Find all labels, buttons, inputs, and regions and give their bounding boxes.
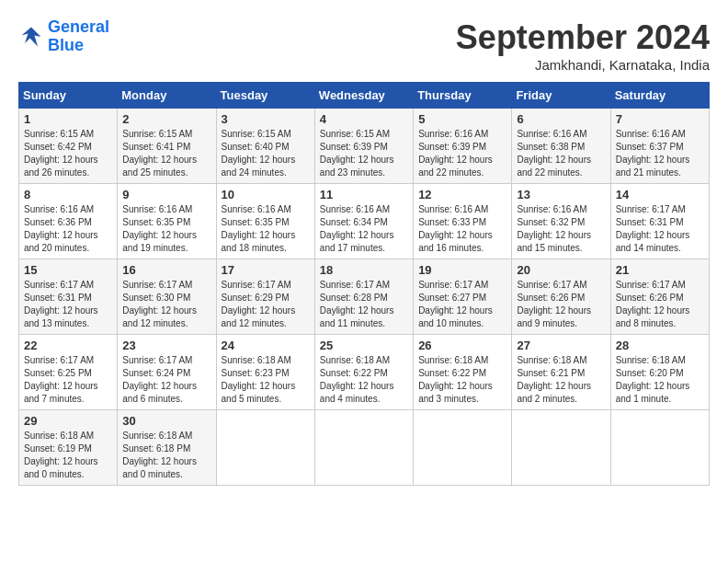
calendar-day-cell: 20 Sunrise: 6:17 AMSunset: 6:26 PMDaylig… — [512, 259, 610, 335]
day-detail: Sunrise: 6:18 AMSunset: 6:22 PMDaylight:… — [320, 355, 394, 404]
calendar-day-cell: 6 Sunrise: 6:16 AMSunset: 6:38 PMDayligh… — [512, 109, 610, 184]
day-number: 7 — [616, 112, 704, 126]
day-number: 4 — [320, 112, 408, 126]
calendar-day-cell: 19 Sunrise: 6:17 AMSunset: 6:27 PMDaylig… — [414, 259, 512, 335]
day-number: 3 — [222, 112, 310, 126]
empty-cell — [610, 410, 709, 486]
month-title: September 2024 — [456, 18, 710, 57]
calendar-day-cell: 29 Sunrise: 6:18 AMSunset: 6:19 PMDaylig… — [19, 410, 118, 486]
day-detail: Sunrise: 6:16 AMSunset: 6:39 PMDaylight:… — [418, 129, 493, 178]
calendar-day-cell: 7 Sunrise: 6:16 AMSunset: 6:37 PMDayligh… — [610, 109, 709, 184]
calendar-day-cell: 13 Sunrise: 6:16 AMSunset: 6:32 PMDaylig… — [512, 184, 610, 259]
day-header-sunday: Sunday — [19, 83, 118, 109]
day-detail: Sunrise: 6:16 AMSunset: 6:36 PMDaylight:… — [24, 204, 98, 253]
calendar-day-cell: 14 Sunrise: 6:17 AMSunset: 6:31 PMDaylig… — [610, 184, 709, 259]
day-number: 24 — [222, 339, 310, 352]
day-number: 14 — [616, 188, 704, 201]
day-number: 2 — [122, 112, 210, 126]
day-number: 18 — [320, 263, 408, 277]
logo-line1: General — [48, 17, 109, 36]
logo: General Blue — [18, 18, 109, 55]
day-header-friday: Friday — [512, 83, 610, 109]
calendar-day-cell: 26 Sunrise: 6:18 AMSunset: 6:22 PMDaylig… — [414, 335, 512, 410]
calendar-day-cell: 2 Sunrise: 6:15 AMSunset: 6:41 PMDayligh… — [118, 109, 216, 184]
day-number: 13 — [517, 188, 605, 201]
calendar-day-cell: 22 Sunrise: 6:17 AMSunset: 6:25 PMDaylig… — [19, 335, 118, 410]
calendar-day-cell: 16 Sunrise: 6:17 AMSunset: 6:30 PMDaylig… — [118, 259, 216, 335]
day-detail: Sunrise: 6:16 AMSunset: 6:37 PMDaylight:… — [616, 129, 690, 178]
day-detail: Sunrise: 6:17 AMSunset: 6:30 PMDaylight:… — [122, 280, 197, 328]
svg-marker-0 — [22, 27, 41, 46]
day-number: 16 — [122, 263, 210, 277]
calendar-day-cell: 23 Sunrise: 6:17 AMSunset: 6:24 PMDaylig… — [118, 335, 216, 410]
day-header-monday: Monday — [118, 83, 216, 109]
day-number: 29 — [24, 414, 112, 428]
day-detail: Sunrise: 6:16 AMSunset: 6:35 PMDaylight:… — [122, 204, 197, 253]
day-number: 11 — [320, 188, 408, 201]
day-number: 30 — [122, 414, 210, 428]
calendar-day-cell: 27 Sunrise: 6:18 AMSunset: 6:21 PMDaylig… — [512, 335, 610, 410]
day-number: 17 — [222, 263, 310, 277]
day-number: 1 — [24, 112, 112, 126]
logo-icon — [18, 24, 44, 50]
day-detail: Sunrise: 6:16 AMSunset: 6:35 PMDaylight:… — [222, 204, 296, 253]
day-number: 22 — [24, 339, 112, 352]
day-number: 25 — [320, 339, 408, 352]
day-detail: Sunrise: 6:17 AMSunset: 6:31 PMDaylight:… — [616, 204, 690, 253]
day-header-thursday: Thursday — [414, 83, 512, 109]
calendar-day-cell: 1 Sunrise: 6:15 AMSunset: 6:42 PMDayligh… — [19, 109, 118, 184]
day-number: 10 — [222, 188, 310, 201]
day-detail: Sunrise: 6:17 AMSunset: 6:25 PMDaylight:… — [24, 355, 98, 404]
day-detail: Sunrise: 6:17 AMSunset: 6:26 PMDaylight:… — [517, 280, 591, 328]
day-header-wednesday: Wednesday — [314, 83, 413, 109]
day-number: 15 — [24, 263, 112, 277]
day-number: 23 — [122, 339, 210, 352]
calendar-day-cell: 5 Sunrise: 6:16 AMSunset: 6:39 PMDayligh… — [414, 109, 512, 184]
day-number: 8 — [24, 188, 112, 201]
day-detail: Sunrise: 6:18 AMSunset: 6:22 PMDaylight:… — [418, 355, 493, 404]
day-number: 27 — [517, 339, 605, 352]
day-detail: Sunrise: 6:16 AMSunset: 6:33 PMDaylight:… — [418, 204, 493, 253]
calendar-day-cell: 12 Sunrise: 6:16 AMSunset: 6:33 PMDaylig… — [414, 184, 512, 259]
page-header: General Blue September 2024 Jamkhandi, K… — [18, 18, 710, 73]
logo-text: General Blue — [48, 18, 109, 55]
day-number: 5 — [418, 112, 506, 126]
calendar-day-cell: 3 Sunrise: 6:15 AMSunset: 6:40 PMDayligh… — [216, 109, 314, 184]
calendar-day-cell: 11 Sunrise: 6:16 AMSunset: 6:34 PMDaylig… — [314, 184, 413, 259]
day-detail: Sunrise: 6:17 AMSunset: 6:31 PMDaylight:… — [24, 280, 98, 328]
calendar-day-cell: 18 Sunrise: 6:17 AMSunset: 6:28 PMDaylig… — [314, 259, 413, 335]
calendar-week-row: 1 Sunrise: 6:15 AMSunset: 6:42 PMDayligh… — [19, 109, 710, 184]
day-detail: Sunrise: 6:18 AMSunset: 6:20 PMDaylight:… — [616, 355, 690, 404]
calendar-week-row: 22 Sunrise: 6:17 AMSunset: 6:25 PMDaylig… — [19, 335, 710, 410]
day-detail: Sunrise: 6:15 AMSunset: 6:39 PMDaylight:… — [320, 129, 394, 178]
day-number: 12 — [418, 188, 506, 201]
calendar-day-cell: 15 Sunrise: 6:17 AMSunset: 6:31 PMDaylig… — [19, 259, 118, 335]
calendar-table: SundayMondayTuesdayWednesdayThursdayFrid… — [18, 82, 710, 486]
day-detail: Sunrise: 6:15 AMSunset: 6:41 PMDaylight:… — [122, 129, 197, 178]
day-detail: Sunrise: 6:15 AMSunset: 6:42 PMDaylight:… — [24, 129, 98, 178]
day-detail: Sunrise: 6:18 AMSunset: 6:21 PMDaylight:… — [517, 355, 591, 404]
empty-cell — [314, 410, 413, 486]
calendar-day-cell: 10 Sunrise: 6:16 AMSunset: 6:35 PMDaylig… — [216, 184, 314, 259]
day-number: 21 — [616, 263, 704, 277]
calendar-week-row: 15 Sunrise: 6:17 AMSunset: 6:31 PMDaylig… — [19, 259, 710, 335]
day-detail: Sunrise: 6:18 AMSunset: 6:19 PMDaylight:… — [24, 431, 98, 479]
day-detail: Sunrise: 6:16 AMSunset: 6:38 PMDaylight:… — [517, 129, 591, 178]
calendar-day-cell: 30 Sunrise: 6:18 AMSunset: 6:18 PMDaylig… — [118, 410, 216, 486]
calendar-day-cell: 17 Sunrise: 6:17 AMSunset: 6:29 PMDaylig… — [216, 259, 314, 335]
day-detail: Sunrise: 6:15 AMSunset: 6:40 PMDaylight:… — [222, 129, 296, 178]
day-number: 19 — [418, 263, 506, 277]
calendar-header-row: SundayMondayTuesdayWednesdayThursdayFrid… — [19, 83, 710, 109]
day-header-saturday: Saturday — [610, 83, 709, 109]
calendar-week-row: 8 Sunrise: 6:16 AMSunset: 6:36 PMDayligh… — [19, 184, 710, 259]
calendar-day-cell: 28 Sunrise: 6:18 AMSunset: 6:20 PMDaylig… — [610, 335, 709, 410]
day-number: 9 — [122, 188, 210, 201]
day-number: 26 — [418, 339, 506, 352]
logo-line2: Blue — [48, 36, 84, 54]
empty-cell — [216, 410, 314, 486]
day-detail: Sunrise: 6:16 AMSunset: 6:32 PMDaylight:… — [517, 204, 591, 253]
day-detail: Sunrise: 6:18 AMSunset: 6:23 PMDaylight:… — [222, 355, 296, 404]
day-detail: Sunrise: 6:17 AMSunset: 6:27 PMDaylight:… — [418, 280, 493, 328]
day-detail: Sunrise: 6:17 AMSunset: 6:29 PMDaylight:… — [222, 280, 296, 328]
day-number: 6 — [517, 112, 605, 126]
